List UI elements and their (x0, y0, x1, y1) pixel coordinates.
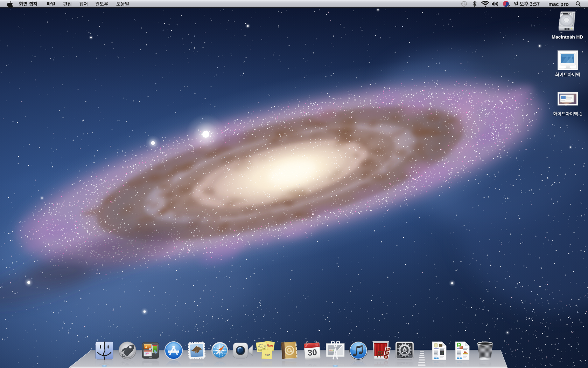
svg-text:Muf: Muf (265, 353, 270, 357)
svg-text:30: 30 (307, 362, 317, 368)
svg-text:Muf: Muf (265, 364, 270, 368)
svg-text:mac pro: mac pro (548, 1, 569, 7)
svg-text:30: 30 (307, 347, 317, 357)
svg-text:2: 2 (508, 4, 510, 8)
